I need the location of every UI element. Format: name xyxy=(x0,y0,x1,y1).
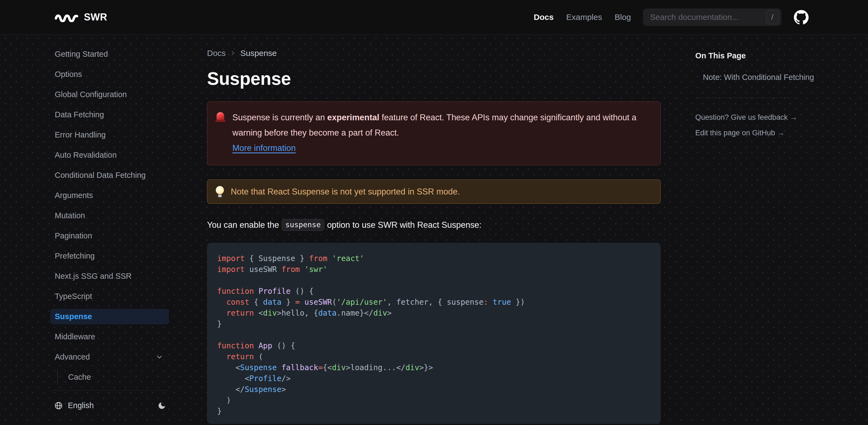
code-line: return ( xyxy=(217,351,652,362)
breadcrumb-separator xyxy=(229,50,237,57)
header-nav: DocsExamplesBlog xyxy=(534,12,631,22)
sidebar-item-label: Prefetching xyxy=(55,252,95,260)
toc-title: On This Page xyxy=(695,51,818,60)
intro-paragraph: You can enable the suspense option to us… xyxy=(207,219,661,231)
breadcrumb: DocsSuspense xyxy=(207,49,661,58)
sidebar-item-label: Advanced xyxy=(55,352,90,362)
nav-examples[interactable]: Examples xyxy=(566,12,602,22)
code-line: function App () { xyxy=(217,340,652,351)
breadcrumb-docs[interactable]: Docs xyxy=(207,49,225,58)
paragraph-text-before: You can enable the xyxy=(207,220,279,230)
sidebar-item-getting-started[interactable]: Getting Started xyxy=(51,46,169,62)
sidebar-item-label: Data Fetching xyxy=(55,110,104,119)
code-line: import { Suspense } from 'react' xyxy=(217,253,652,264)
sidebar-item-pagination[interactable]: Pagination xyxy=(51,228,169,244)
header-right: DocsExamplesBlog / xyxy=(534,8,809,26)
chevron-down-icon xyxy=(155,353,163,361)
sidebar-item-label: Arguments xyxy=(55,191,93,200)
code-line: return <div>hello, {data.name}</div> xyxy=(217,308,652,319)
police-light-icon xyxy=(216,112,225,122)
sidebar-item-label: Global Configuration xyxy=(55,90,127,99)
toc-item[interactable]: Note: With Conditional Fetching xyxy=(695,73,818,82)
sidebar-item-next-js-ssg-and-ssr[interactable]: Next.js SSG and SSR xyxy=(51,268,169,284)
github-icon xyxy=(794,10,809,25)
toc-links: Question? Give us feedback →Edit this pa… xyxy=(695,113,818,137)
header: SWR DocsExamplesBlog / xyxy=(0,0,868,35)
toc-panel: On This Page Note: With Conditional Fetc… xyxy=(695,35,818,137)
code-line: } xyxy=(217,319,652,330)
code-line: const { data } = useSWR('/api/user', fet… xyxy=(217,297,652,308)
code-line: } xyxy=(217,406,652,417)
light-bulb-icon xyxy=(216,186,224,198)
code-block[interactable]: import { Suspense } from 'react'import u… xyxy=(207,243,661,424)
github-link[interactable] xyxy=(794,10,809,25)
more-information-link[interactable]: More information xyxy=(232,140,296,156)
code-line: <Suspense fallback={<div>loading...</div… xyxy=(217,362,652,373)
toc-items: Note: With Conditional Fetching xyxy=(695,73,818,82)
paragraph-text-after: option to use SWR with React Suspense: xyxy=(327,220,482,230)
sidebar-sub-list: Cache xyxy=(57,369,169,385)
sidebar-nav: Getting StartedOptionsGlobal Configurati… xyxy=(51,46,169,365)
sidebar-item-advanced[interactable]: Advanced xyxy=(51,349,169,365)
edit-page-link[interactable]: Edit this page on GitHub → xyxy=(695,129,818,137)
nav-docs[interactable]: Docs xyxy=(534,12,554,22)
sidebar-item-label: Error Handling xyxy=(55,131,106,139)
sidebar-subitem-cache[interactable]: Cache xyxy=(58,369,169,385)
breadcrumb-suspense: Suspense xyxy=(240,49,277,58)
sidebar-item-auto-revalidation[interactable]: Auto Revalidation xyxy=(51,147,169,163)
sidebar-item-label: TypeScript xyxy=(55,292,92,301)
sidebar: Getting StartedOptionsGlobal Configurati… xyxy=(51,46,169,413)
warning-bold-text: experimental xyxy=(327,113,379,122)
sidebar-item-suspense[interactable]: Suspense xyxy=(51,309,169,324)
inline-code-suspense: suspense xyxy=(282,219,324,231)
code-line: <Profile/> xyxy=(217,373,652,384)
code-line: import useSWR from 'swr' xyxy=(217,264,652,275)
sidebar-item-global-configuration[interactable]: Global Configuration xyxy=(51,87,169,102)
sidebar-item-middleware[interactable]: Middleware xyxy=(51,329,169,344)
sidebar-item-mutation[interactable]: Mutation xyxy=(51,208,169,223)
language-selector[interactable]: English xyxy=(51,398,169,413)
page-title: Suspense xyxy=(207,68,661,89)
note-callout-text: Note that React Suspense is not yet supp… xyxy=(231,187,460,197)
moon-icon[interactable] xyxy=(157,401,166,410)
sidebar-item-options[interactable]: Options xyxy=(51,66,169,82)
sidebar-item-label: Auto Revalidation xyxy=(55,150,117,160)
sidebar-item-arguments[interactable]: Arguments xyxy=(51,188,169,203)
sidebar-item-label: Conditional Data Fetching xyxy=(55,171,146,180)
sidebar-item-conditional-data-fetching[interactable]: Conditional Data Fetching xyxy=(51,168,169,183)
code-line: </Suspense> xyxy=(217,384,652,395)
nav-blog[interactable]: Blog xyxy=(615,12,631,22)
warning-text: Suspense is currently an xyxy=(232,113,327,122)
code-line xyxy=(217,275,652,286)
logo[interactable]: SWR xyxy=(55,11,107,23)
swr-docs-page: SWR DocsExamplesBlog / Getting StartedOp… xyxy=(0,0,868,425)
sidebar-item-prefetching[interactable]: Prefetching xyxy=(51,248,169,264)
sidebar-item-label: Pagination xyxy=(55,231,92,240)
sidebar-item-data-fetching[interactable]: Data Fetching xyxy=(51,107,169,122)
slash-key: / xyxy=(766,10,779,24)
sidebar-item-label: Suspense xyxy=(55,312,92,321)
sidebar-item-error-handling[interactable]: Error Handling xyxy=(51,127,169,143)
search-input[interactable] xyxy=(650,12,766,22)
main-content: DocsSuspense Suspense Suspense is curren… xyxy=(207,35,661,424)
sidebar-divider xyxy=(51,390,169,391)
language-label: English xyxy=(68,401,94,410)
chevron-right-icon xyxy=(229,50,237,57)
code-line xyxy=(217,330,652,340)
sidebar-item-label: Mutation xyxy=(55,211,85,220)
warning-callout: Suspense is currently an experimental fe… xyxy=(207,102,661,165)
sidebar-item-typescript[interactable]: TypeScript xyxy=(51,289,169,304)
feedback-link[interactable]: Question? Give us feedback → xyxy=(695,113,818,122)
sidebar-item-label: Getting Started xyxy=(55,50,108,59)
globe-icon xyxy=(54,401,63,410)
sidebar-item-label: Options xyxy=(55,70,82,79)
note-callout: Note that React Suspense is not yet supp… xyxy=(207,179,661,204)
sidebar-item-label: Middleware xyxy=(55,332,95,341)
brand-name: SWR xyxy=(84,11,107,23)
sidebar-item-label: Next.js SSG and SSR xyxy=(55,272,132,281)
code-line: function Profile () { xyxy=(217,286,652,297)
code-line: ) xyxy=(217,395,652,406)
warning-callout-body: Suspense is currently an experimental fe… xyxy=(232,110,651,156)
swr-wave-icon xyxy=(55,12,79,22)
search-box[interactable]: / xyxy=(643,8,781,26)
